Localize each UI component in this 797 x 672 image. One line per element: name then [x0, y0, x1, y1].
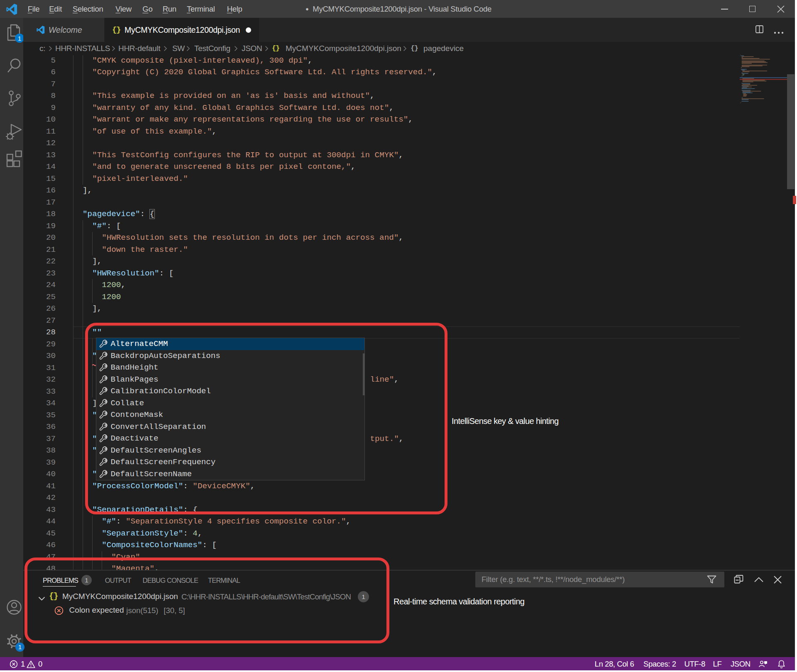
svg-text:1: 1	[18, 35, 22, 42]
